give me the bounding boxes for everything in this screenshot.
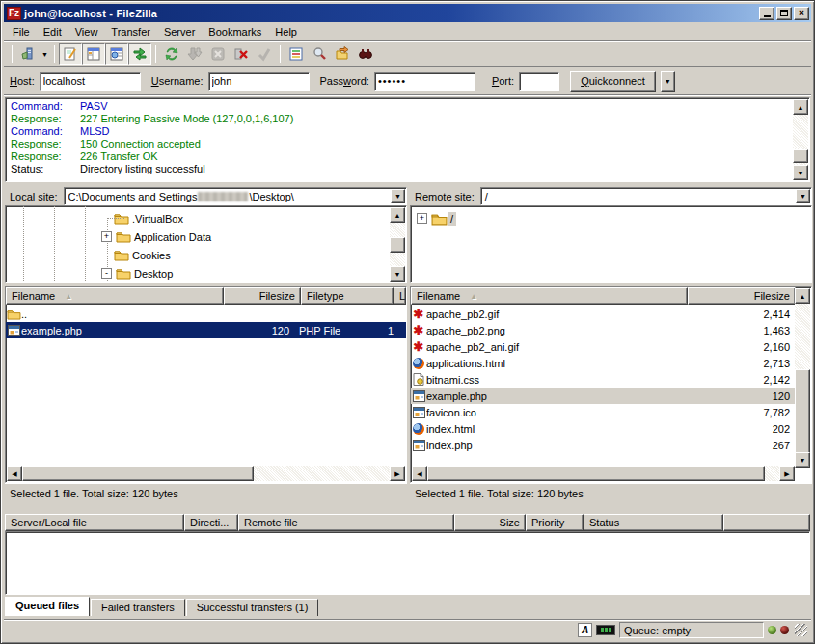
remote-path-dropdown[interactable]: ▼ xyxy=(796,189,810,203)
local-file-row-selected[interactable]: example.php 120 PHP File 1 xyxy=(6,322,406,338)
toggle-remote-tree-button[interactable] xyxy=(105,43,128,65)
toggle-message-log-button[interactable] xyxy=(59,43,82,65)
reconnect-button[interactable] xyxy=(253,43,276,65)
expand-icon[interactable]: + xyxy=(101,231,112,242)
menu-view[interactable]: View xyxy=(68,24,105,40)
queue-splitter[interactable] xyxy=(4,504,811,514)
local-file-list: Filename▲ Filesize Filetype L .. example… xyxy=(5,286,407,483)
ico-file-icon xyxy=(413,407,425,418)
remote-file-row[interactable]: ✱apache_pb2.gif2,414 xyxy=(411,306,796,322)
site-manager-dropdown[interactable]: ▼ xyxy=(40,43,50,65)
tab-failed-transfers[interactable]: Failed transfers xyxy=(91,599,185,616)
toggle-queue-button[interactable] xyxy=(128,43,151,65)
expand-icon[interactable]: + xyxy=(417,213,427,224)
php-file-icon xyxy=(8,325,20,336)
remote-file-row[interactable]: applications.html2,713 xyxy=(411,355,796,371)
queue-col-server-local[interactable]: Server/Local file xyxy=(5,514,184,531)
close-button[interactable]: × xyxy=(794,7,809,20)
queue-col-direction[interactable]: Directi... xyxy=(184,514,238,531)
remote-file-row-selected[interactable]: example.php120 xyxy=(411,388,796,404)
file-name: example.php xyxy=(426,390,685,402)
local-col-filename[interactable]: Filename▲ xyxy=(6,287,224,305)
maximize-button[interactable] xyxy=(776,7,792,20)
collapse-icon[interactable]: - xyxy=(101,268,112,279)
toggle-local-tree-icon xyxy=(86,46,101,62)
title-bar[interactable]: Fz john@localhost - FileZilla × xyxy=(4,4,811,22)
password-input[interactable] xyxy=(374,72,475,91)
queue-body[interactable] xyxy=(5,531,810,595)
tree-item-desktop[interactable]: - Desktop xyxy=(101,264,176,282)
remote-list-hscrollbar[interactable]: ◀ ▶ xyxy=(412,466,795,481)
remote-status-text: Selected 1 file. Total size: 120 bytes xyxy=(410,483,812,503)
tree-item-label: Cookies xyxy=(129,249,174,262)
host-input[interactable] xyxy=(40,72,141,91)
redacted-username xyxy=(198,192,248,201)
local-col-filetype[interactable]: Filetype xyxy=(301,287,394,305)
username-input[interactable] xyxy=(208,72,310,91)
local-col-modified[interactable]: L xyxy=(394,287,406,305)
toggle-local-tree-button[interactable] xyxy=(82,43,105,65)
file-size: 202 xyxy=(685,423,796,435)
menu-bookmarks[interactable]: Bookmarks xyxy=(202,24,268,40)
disconnect-button[interactable] xyxy=(230,43,253,65)
local-path-prefix: C:\Documents and Settings xyxy=(68,191,198,202)
filter-button[interactable] xyxy=(285,43,308,65)
quickconnect-button[interactable]: Quickconnect xyxy=(570,71,656,92)
log-scrollbar[interactable]: ▲ ▼ xyxy=(793,99,808,180)
local-path-dropdown[interactable]: ▼ xyxy=(391,189,405,203)
menu-help[interactable]: Help xyxy=(268,24,304,40)
remote-file-row[interactable]: bitnami.css2,142 xyxy=(411,371,796,388)
menu-transfer[interactable]: Transfer xyxy=(104,24,157,40)
minimize-button[interactable] xyxy=(759,7,774,20)
message-log: Command:PASV Response:227 Entering Passi… xyxy=(5,97,810,182)
activity-led-send xyxy=(780,626,789,634)
compare-directories-button[interactable] xyxy=(308,43,331,65)
remote-path-combobox[interactable]: / ▼ xyxy=(480,187,812,205)
quickconnect-dropdown[interactable]: ▼ xyxy=(661,71,675,92)
menu-bar: File Edit View Transfer Server Bookmarks… xyxy=(4,22,811,41)
menu-server[interactable]: Server xyxy=(157,24,202,40)
filter-icon xyxy=(288,46,304,62)
cancel-operation-button[interactable] xyxy=(206,43,230,65)
site-manager-button[interactable] xyxy=(16,43,40,65)
find-files-button[interactable] xyxy=(354,43,377,65)
local-path-combobox[interactable]: C:\Documents and Settings\Desktop\ ▼ xyxy=(64,187,407,205)
toggle-remote-tree-icon xyxy=(109,46,124,62)
remote-file-row[interactable]: index.html202 xyxy=(411,420,796,437)
tree-item-virtualbox[interactable]: .VirtualBox xyxy=(114,209,186,228)
local-tree-scrollbar[interactable]: ▲ ▼ xyxy=(390,207,405,282)
compare-directories-icon xyxy=(312,46,327,62)
resize-grip[interactable] xyxy=(795,624,807,636)
tree-item-application-data[interactable]: + Application Data xyxy=(101,228,214,246)
queue-col-remote-file[interactable]: Remote file xyxy=(238,514,454,531)
menu-file[interactable]: File xyxy=(6,24,37,40)
remote-list-vscrollbar[interactable]: ▲ ▼ xyxy=(795,288,810,468)
local-col-filesize[interactable]: Filesize xyxy=(224,287,301,305)
log-text: Directory listing successful xyxy=(80,163,205,175)
sort-asc-icon: ▲ xyxy=(65,292,72,301)
remote-file-row[interactable]: ✱apache_pb2_ani.gif2,160 xyxy=(411,338,796,355)
process-queue-button[interactable] xyxy=(183,43,206,65)
local-file-row[interactable]: .. xyxy=(6,306,406,322)
remote-col-filesize[interactable]: Filesize xyxy=(688,287,796,305)
tree-item-root[interactable]: + / xyxy=(417,209,456,228)
synchronized-browsing-button[interactable] xyxy=(331,43,354,65)
local-list-hscrollbar[interactable]: ◀ ▶ xyxy=(7,466,405,481)
remote-file-row[interactable]: index.php267 xyxy=(411,437,796,453)
password-label: Password: xyxy=(320,75,369,87)
queue-col-status[interactable]: Status xyxy=(584,514,723,531)
tab-successful-transfers[interactable]: Successful transfers (1) xyxy=(186,599,319,616)
disconnect-icon xyxy=(233,46,249,62)
queue-col-priority[interactable]: Priority xyxy=(526,514,584,531)
queue-col-size[interactable]: Size xyxy=(454,514,526,531)
remote-file-row[interactable]: ✱apache_pb2.png1,463 xyxy=(411,322,796,338)
port-input[interactable] xyxy=(519,72,559,91)
tab-queued-files[interactable]: Queued files xyxy=(5,597,90,616)
refresh-button[interactable] xyxy=(160,43,183,65)
tree-item-cookies[interactable]: Cookies xyxy=(114,246,174,264)
remote-col-filename[interactable]: Filename▲ xyxy=(411,287,688,305)
ascii-data-type-icon: A xyxy=(578,623,592,637)
menu-edit[interactable]: Edit xyxy=(37,24,68,40)
file-size: 120 xyxy=(685,390,796,402)
remote-file-row[interactable]: favicon.ico7,782 xyxy=(411,404,796,420)
